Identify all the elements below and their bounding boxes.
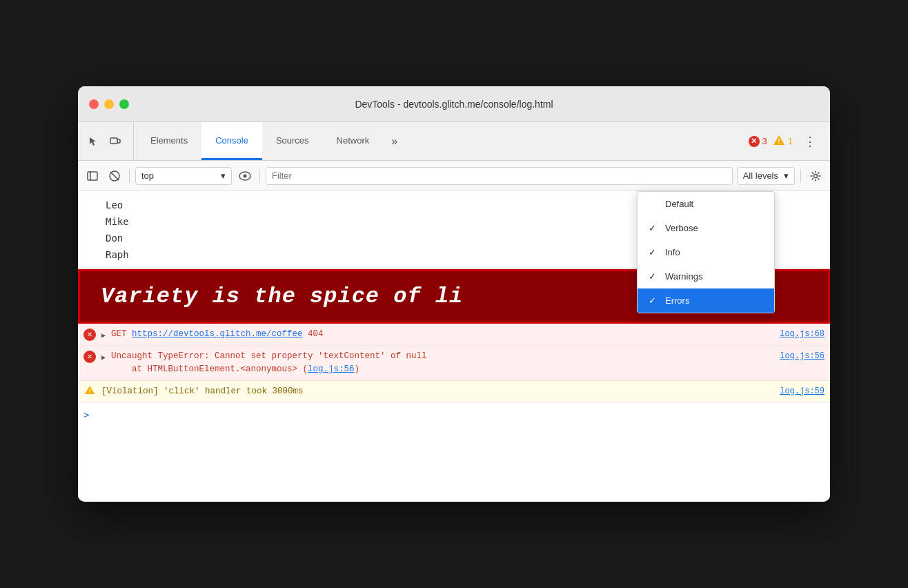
warning-entry-icon: ! bbox=[83, 385, 96, 395]
warning-count: 1 bbox=[788, 136, 793, 146]
sidebar-toggle-btn[interactable] bbox=[83, 167, 101, 185]
error-badge: ✕ 3 ! 1 bbox=[749, 135, 793, 148]
log-entry-error-2: ✕ ▶ Uncaught TypeError: Cannot set prope… bbox=[78, 346, 830, 381]
tab-sources[interactable]: Sources bbox=[262, 122, 323, 160]
log-entries: ✕ ▶ GET https://devtools.glitch.me/coffe… bbox=[78, 324, 830, 402]
prompt-symbol[interactable]: > bbox=[83, 409, 89, 420]
expand-triangle-2[interactable]: ▶ bbox=[101, 353, 108, 360]
check-info: ✓ bbox=[649, 247, 660, 257]
maximize-button[interactable] bbox=[119, 99, 129, 109]
levels-dropdown[interactable]: All levels ▾ bbox=[737, 167, 795, 185]
minimize-button[interactable] bbox=[104, 99, 114, 109]
window-title: DevTools - devtools.glitch.me/console/lo… bbox=[355, 99, 553, 110]
error-entry-content-1: GET https://devtools.glitch.me/coffee 40… bbox=[111, 328, 766, 341]
clear-icon bbox=[109, 170, 120, 182]
log-entry-error-1: ✕ ▶ GET https://devtools.glitch.me/coffe… bbox=[78, 324, 830, 346]
svg-text:!: ! bbox=[88, 389, 91, 395]
svg-line-7 bbox=[110, 172, 119, 180]
tab-overflow-btn[interactable]: » bbox=[383, 122, 406, 160]
devtools-window: DevTools - devtools.glitch.me/console/lo… bbox=[78, 86, 830, 502]
warning-triangle-icon: ! bbox=[773, 135, 785, 146]
settings-btn[interactable] bbox=[807, 167, 825, 185]
sidebar-icon bbox=[87, 170, 98, 182]
gear-icon bbox=[810, 170, 821, 182]
context-select[interactable]: top ▾ bbox=[135, 167, 232, 185]
context-arrow: ▾ bbox=[221, 170, 226, 181]
eye-icon bbox=[239, 171, 251, 181]
levels-arrow: ▾ bbox=[784, 170, 789, 181]
error-link-inline[interactable]: log.js:56 bbox=[308, 364, 355, 374]
error-link-2[interactable]: log.js:56 bbox=[766, 350, 825, 362]
console-prompt: > bbox=[78, 402, 830, 427]
more-menu-btn[interactable]: ⋮ bbox=[798, 131, 822, 152]
console-toolbar: top ▾ All levels ▾ ✓ bbox=[78, 161, 830, 191]
dropdown-item-errors[interactable]: ✓ Errors bbox=[638, 288, 774, 313]
dropdown-item-verbose[interactable]: ✓ Verbose bbox=[638, 216, 774, 240]
expand-triangle-1[interactable]: ▶ bbox=[101, 331, 108, 337]
dropdown-item-warnings[interactable]: ✓ Warnings bbox=[638, 264, 774, 288]
cursor-icon-btn[interactable] bbox=[83, 132, 103, 151]
svg-point-9 bbox=[244, 174, 247, 177]
log-entry-warning: ! [Violation] 'click' handler took 3000m… bbox=[78, 381, 830, 403]
toolbar-divider-2 bbox=[259, 169, 260, 183]
device-icon-btn[interactable] bbox=[106, 132, 125, 151]
title-bar: DevTools - devtools.glitch.me/console/lo… bbox=[78, 86, 830, 122]
toolbar-divider bbox=[129, 169, 130, 183]
window-controls bbox=[89, 99, 129, 109]
filter-input[interactable] bbox=[266, 167, 733, 185]
tab-console[interactable]: Console bbox=[201, 122, 262, 160]
error-url-1[interactable]: https://devtools.glitch.me/coffee bbox=[132, 329, 303, 339]
eye-btn[interactable] bbox=[236, 167, 254, 185]
tab-right-controls: ✕ 3 ! 1 ⋮ bbox=[749, 122, 830, 160]
levels-dropdown-menu: ✓ Default ✓ Verbose ✓ Info ✓ Warnings ✓ bbox=[637, 191, 775, 313]
error-icon: ✕ bbox=[749, 136, 760, 147]
close-button[interactable] bbox=[89, 99, 99, 109]
svg-rect-1 bbox=[117, 139, 120, 143]
variety-text: Variety is the spice of li bbox=[101, 284, 463, 309]
clear-console-btn[interactable] bbox=[106, 167, 124, 185]
svg-rect-4 bbox=[88, 172, 97, 180]
check-warnings: ✓ bbox=[649, 271, 660, 282]
warning-link[interactable]: log.js:59 bbox=[766, 385, 825, 398]
tab-icons bbox=[83, 122, 134, 160]
devtools-tabs: Elements Console Sources Network » ✕ 3 bbox=[78, 122, 830, 161]
svg-rect-0 bbox=[110, 138, 117, 144]
warning-icon: ! bbox=[84, 385, 95, 395]
error-link-1[interactable]: log.js:68 bbox=[766, 328, 825, 340]
error-entry-icon-2: ✕ bbox=[83, 351, 96, 363]
dropdown-item-info[interactable]: ✓ Info bbox=[638, 240, 774, 264]
warning-entry-content: [Violation] 'click' handler took 3000ms bbox=[101, 385, 766, 398]
error-count: 3 bbox=[762, 136, 767, 146]
check-errors: ✓ bbox=[649, 295, 660, 306]
dropdown-item-default[interactable]: ✓ Default bbox=[638, 192, 774, 216]
toolbar-divider-3 bbox=[800, 169, 801, 183]
error-entry-content-2: Uncaught TypeError: Cannot set property … bbox=[111, 350, 766, 376]
svg-text:!: ! bbox=[778, 138, 780, 146]
tab-elements[interactable]: Elements bbox=[137, 122, 201, 160]
tab-network[interactable]: Network bbox=[323, 122, 384, 160]
error-entry-icon-1: ✕ bbox=[83, 329, 96, 341]
svg-point-10 bbox=[814, 174, 818, 177]
check-verbose: ✓ bbox=[649, 223, 660, 233]
